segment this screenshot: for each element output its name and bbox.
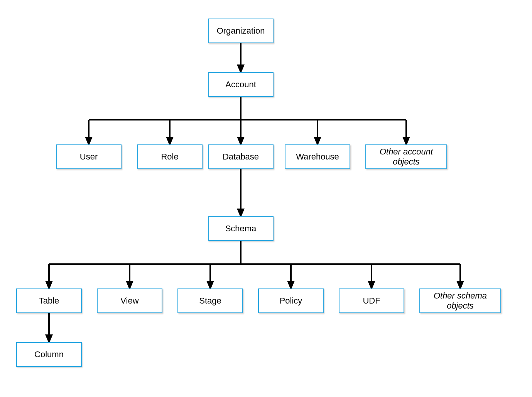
- node-other-schema: Other schema objects: [419, 288, 501, 313]
- node-stage: Stage: [177, 288, 243, 313]
- node-column: Column: [16, 342, 82, 367]
- node-policy: Policy: [258, 288, 324, 313]
- node-account: Account: [208, 72, 274, 97]
- node-warehouse: Warehouse: [285, 144, 350, 169]
- connectors-layer: [0, 0, 532, 397]
- node-table: Table: [16, 288, 82, 313]
- node-schema: Schema: [208, 216, 274, 241]
- node-user: User: [56, 144, 122, 169]
- node-udf: UDF: [339, 288, 404, 313]
- node-other-account: Other account objects: [365, 144, 447, 169]
- node-view: View: [97, 288, 162, 313]
- node-database: Database: [208, 144, 274, 169]
- hierarchy-diagram: OrganizationAccountUserRoleDatabaseWareh…: [0, 0, 532, 397]
- node-role: Role: [137, 144, 203, 169]
- node-organization: Organization: [208, 19, 274, 43]
